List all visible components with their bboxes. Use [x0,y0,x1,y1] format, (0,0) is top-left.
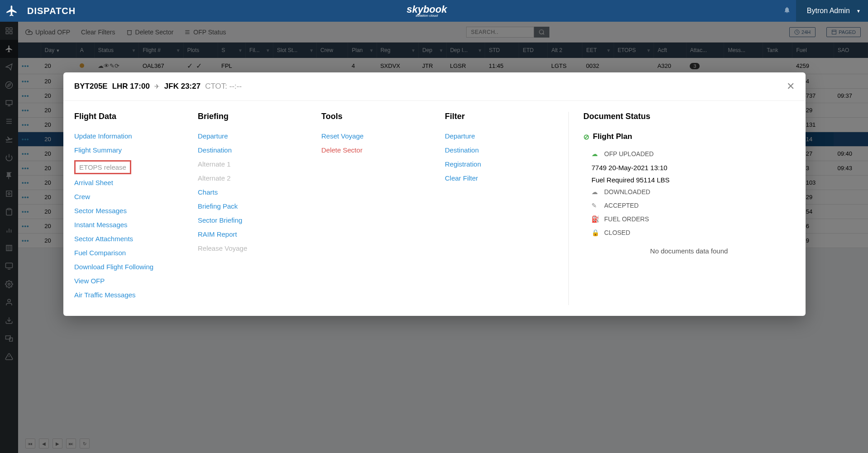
modal-link[interactable]: Flight Summary [74,146,187,154]
lock-icon: 🔒 [591,229,600,236]
tools-section: Tools Reset VoyageDelete Sector [321,112,445,305]
briefing-section: Briefing DepartureDestinationAlternate 1… [198,112,321,305]
fuel-icon: ⛽ [591,215,600,223]
modal-link[interactable]: Instant Messages [74,221,187,229]
modal-link[interactable]: Update Information [74,132,187,140]
page-title: DISPATCH [27,6,76,16]
modal-link[interactable]: Registration [445,160,558,168]
modal-link[interactable]: Destination [445,146,558,154]
modal-link[interactable]: Departure [198,132,310,140]
modal-link[interactable]: View OFP [74,277,187,285]
user-name: Bytron Admin [807,7,850,15]
no-documents-text: No documents data found [583,247,795,255]
modal-link[interactable]: Crew [74,193,187,200]
modal-link[interactable]: Departure [445,132,558,140]
modal-link[interactable]: Sector Messages [74,207,187,215]
modal-link[interactable]: Delete Sector [321,146,434,154]
flight-data-section: Flight Data Update InformationFlight Sum… [74,112,198,305]
modal-link[interactable]: Destination [198,146,310,154]
check-circle-icon: ⊘ [583,133,589,141]
filter-section: Filter DepartureDestinationRegistrationC… [445,112,568,305]
document-status-section: Document Status ⊘ Flight Plan ☁ OFP UPLO… [568,112,795,305]
cloud-download-icon: ☁ [591,188,600,196]
user-menu[interactable]: Bytron Admin ▼ [796,0,868,22]
modal-link: Alternate 1 [198,160,310,168]
modal-link[interactable]: ETOPS release [74,160,131,174]
cloud-upload-icon: ☁ [591,150,600,157]
modal-link[interactable]: Sector Briefing [198,216,310,224]
pencil-icon: ✎ [591,202,600,209]
modal-link[interactable]: Arrival Sheet [74,179,187,186]
fuel-required: Fuel Required 95114 LBS [591,176,795,184]
modal-link[interactable]: Clear Filter [445,174,558,182]
flight-detail-modal: BYT205E LHR 17:00 ✈ JFK 23:27 CTOT: --:-… [63,72,806,316]
modal-link: Release Voyage [198,244,310,252]
brand-logo: skybook aviation cloud [406,4,447,18]
close-button[interactable]: ✕ [787,81,795,92]
modal-link[interactable]: Charts [198,188,310,196]
modal-link[interactable]: Briefing Pack [198,202,310,210]
modal-link[interactable]: Download Flight Following [74,263,187,271]
plane-icon [5,5,18,17]
modal-link: Alternate 2 [198,174,310,182]
app-header: DISPATCH skybook aviation cloud Bytron A… [0,0,868,22]
modal-title: BYT205E LHR 17:00 ✈ JFK 23:27 CTOT: --:-… [74,82,242,91]
modal-link[interactable]: Air Traffic Messages [74,291,187,299]
modal-link[interactable]: Fuel Comparison [74,249,187,257]
plane-icon: ✈ [154,83,160,90]
modal-link[interactable]: RAIM Report [198,230,310,238]
ofp-date: 7749 20-May-2021 13:10 [591,164,795,172]
notifications-icon[interactable] [778,6,796,15]
modal-link[interactable]: Sector Attachments [74,235,187,243]
modal-link[interactable]: Reset Voyage [321,132,434,140]
chevron-down-icon: ▼ [856,9,861,14]
